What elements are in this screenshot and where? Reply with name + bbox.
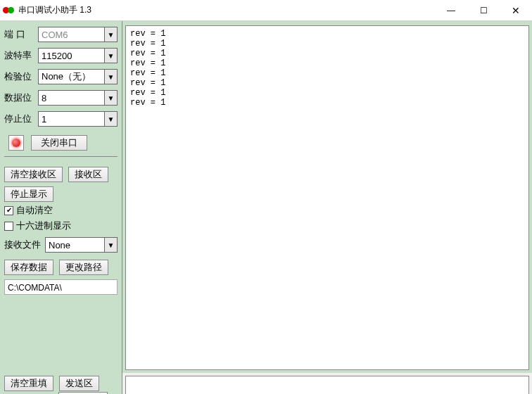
close-button[interactable]: ✕	[500, 0, 532, 21]
stopbits-value: 1	[42, 114, 46, 125]
databits-label: 数据位	[4, 91, 38, 104]
auto-clear-checkbox[interactable]: ✔	[4, 206, 13, 215]
app-icon	[3, 5, 14, 16]
port-label: 端 口	[4, 28, 38, 41]
rx-file-value: None	[49, 240, 70, 250]
databits-select[interactable]: 8 ▼	[38, 90, 118, 106]
window-title: 串口调试小助手 1.3	[18, 4, 435, 16]
hex-display-checkbox[interactable]	[4, 222, 13, 231]
chevron-down-icon[interactable]: ▼	[104, 49, 117, 63]
parity-label: 检验位	[4, 70, 38, 83]
chevron-down-icon[interactable]: ▼	[104, 238, 117, 252]
clear-rx-button[interactable]: 清空接收区	[4, 167, 63, 182]
rx-textarea[interactable]: rev = 1 rev = 1 rev = 1 rev = 1 rev = 1 …	[125, 25, 529, 370]
baud-value: 115200	[42, 51, 72, 61]
port-status-icon	[8, 135, 24, 151]
chevron-down-icon[interactable]: ▼	[104, 27, 117, 42]
rx-file-select[interactable]: None ▼	[45, 237, 118, 253]
send-panel: 清空重填 发送区 自动发送 手动发送 十六进制发送	[0, 373, 532, 394]
close-port-button[interactable]: 关闭串口	[31, 135, 87, 151]
port-value: COM6	[42, 30, 68, 40]
rx-area-button[interactable]: 接收区	[68, 167, 108, 182]
parity-value: None（无）	[42, 70, 91, 83]
clear-refill-button[interactable]: 清空重填	[4, 376, 53, 391]
baud-label: 波特率	[4, 49, 38, 62]
config-panel: 端 口 COM6 ▼ 波特率 115200 ▼ 检验位 None（无） ▼ 数据…	[0, 21, 122, 373]
databits-value: 8	[42, 93, 46, 103]
port-select[interactable]: COM6 ▼	[38, 27, 118, 42]
stopbits-label: 停止位	[4, 113, 38, 125]
tx-textarea[interactable]	[125, 376, 529, 394]
auto-clear-label: 自动清空	[16, 204, 53, 217]
save-data-button[interactable]: 保存数据	[4, 260, 53, 275]
stop-display-button[interactable]: 停止显示	[4, 186, 53, 202]
chevron-down-icon[interactable]: ▼	[104, 91, 117, 105]
minimize-button[interactable]: —	[435, 0, 467, 21]
parity-select[interactable]: None（无） ▼	[38, 69, 118, 84]
baud-select[interactable]: 115200 ▼	[38, 48, 118, 63]
rx-file-label: 接收文件	[4, 239, 45, 251]
change-path-button[interactable]: 更改路径	[59, 260, 108, 275]
chevron-down-icon[interactable]: ▼	[104, 70, 117, 84]
rx-panel: rev = 1 rev = 1 rev = 1 rev = 1 rev = 1 …	[122, 21, 532, 373]
maximize-button[interactable]: ☐	[467, 0, 500, 21]
titlebar: 串口调试小助手 1.3 — ☐ ✕	[0, 0, 532, 21]
tx-area-button[interactable]: 发送区	[59, 376, 99, 391]
chevron-down-icon[interactable]: ▼	[104, 112, 117, 126]
path-display: C:\COMDATA\	[4, 279, 118, 295]
stopbits-select[interactable]: 1 ▼	[38, 111, 118, 127]
hex-display-label: 十六进制显示	[16, 220, 71, 232]
